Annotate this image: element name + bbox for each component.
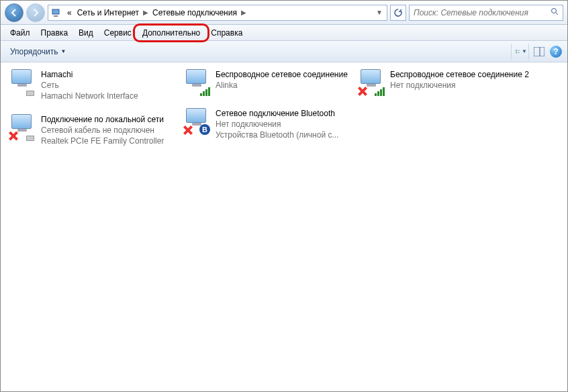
menu-advanced[interactable]: Дополнительно: [137, 26, 205, 40]
menu-bar: Файл Правка Вид Сервис Дополнительно Спр…: [1, 25, 567, 41]
chevron-down-icon: ▼: [60, 48, 66, 54]
network-adapter-icon: [9, 69, 36, 96]
view-options-button[interactable]: ▼: [511, 44, 527, 60]
connection-title: Беспроводное сетевое соединение: [216, 69, 348, 80]
menu-view[interactable]: Вид: [73, 26, 99, 40]
connection-title: Беспроводное сетевое соединение 2: [390, 69, 529, 80]
connection-device: Realtek PCIe FE Family Controller: [41, 136, 164, 146]
preview-pane-button[interactable]: [528, 44, 545, 60]
organize-label: Упорядочить: [10, 47, 58, 56]
search-box[interactable]: [409, 5, 563, 21]
connection-item[interactable]: Беспроводное сетевое соединение 2 Нет по…: [357, 66, 531, 105]
menu-help[interactable]: Справка: [205, 26, 248, 40]
connection-status: Alinka: [216, 80, 348, 91]
connection-device: Hamachi Network Interface: [41, 91, 138, 101]
connection-item[interactable]: Беспроводное сетевое соединение Alinka: [182, 66, 357, 105]
refresh-button[interactable]: [390, 5, 406, 21]
connection-status: Сеть: [41, 80, 138, 91]
connection-title: Hamachi: [41, 69, 138, 80]
address-bar: « Сеть и Интернет ▶ Сетевые подключения …: [1, 1, 567, 25]
breadcrumb-seg-2[interactable]: Сетевые подключения: [150, 8, 240, 17]
menu-file[interactable]: Файл: [5, 26, 36, 40]
connection-item[interactable]: B Сетевое подключение Bluetooth Нет подк…: [182, 105, 357, 150]
search-input[interactable]: [414, 8, 548, 17]
svg-rect-1: [54, 15, 58, 17]
network-folder-icon: [51, 7, 62, 18]
connection-device: Устройства Bluetooth (личной с...: [216, 130, 338, 140]
svg-rect-0: [52, 9, 59, 14]
network-adapter-icon: [9, 114, 36, 141]
toolbar: Упорядочить ▼ ▼ ?: [1, 41, 567, 62]
chevron-down-icon[interactable]: ▼: [375, 9, 384, 16]
connection-item[interactable]: Подключение по локальной сети Сетевой ка…: [7, 111, 182, 156]
back-button[interactable]: [5, 3, 23, 22]
organize-button[interactable]: Упорядочить ▼: [6, 44, 70, 59]
connection-title: Сетевое подключение Bluetooth: [216, 108, 338, 119]
help-button[interactable]: ?: [546, 44, 562, 60]
svg-rect-8: [534, 47, 545, 56]
connection-item[interactable]: Hamachi Сеть Hamachi Network Interface: [7, 66, 182, 111]
connection-status: Нет подключения: [390, 80, 529, 91]
connection-status: Нет подключения: [216, 119, 338, 130]
menu-service[interactable]: Сервис: [99, 26, 137, 40]
connection-status: Сетевой кабель не подключен: [41, 125, 164, 136]
svg-point-2: [552, 9, 557, 13]
search-icon: [551, 7, 559, 17]
breadcrumb-box[interactable]: « Сеть и Интернет ▶ Сетевые подключения …: [48, 5, 387, 21]
svg-rect-4: [516, 50, 517, 51]
content-area: Hamachi Сеть Hamachi Network Interface П…: [1, 62, 567, 160]
breadcrumb-prefix[interactable]: «: [64, 8, 75, 17]
chevron-right-icon: ▶: [240, 9, 248, 16]
wireless-adapter-icon: [358, 69, 385, 96]
bluetooth-adapter-icon: B: [183, 108, 210, 135]
svg-rect-5: [516, 52, 517, 53]
breadcrumb-seg-1[interactable]: Сеть и Интернет: [75, 8, 142, 17]
menu-edit[interactable]: Правка: [36, 26, 74, 40]
svg-line-3: [556, 13, 558, 15]
connection-title: Подключение по локальной сети: [41, 114, 164, 125]
forward-button[interactable]: [26, 3, 45, 22]
chevron-right-icon: ▶: [142, 9, 150, 16]
help-icon: ?: [550, 46, 562, 58]
wireless-adapter-icon: [183, 69, 210, 96]
